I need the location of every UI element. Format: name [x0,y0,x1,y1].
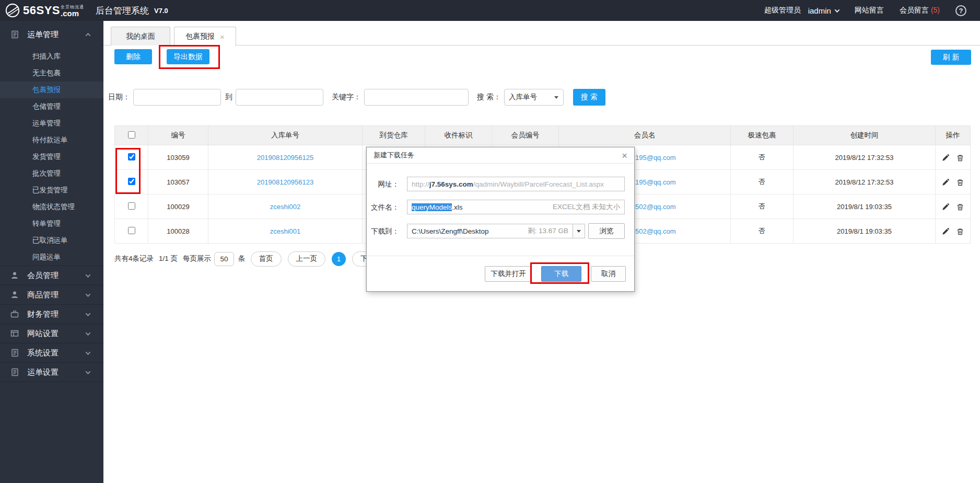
export-data-button[interactable]: 导出数据 [167,49,209,64]
url-path: /qadmin/Waybill/ParcelForecast_List.aspx [473,180,604,188]
sidebar-group-member-management[interactable]: 会员管理 [0,266,103,285]
tab-parcel-forecast[interactable]: 包裹预报 × [174,27,236,46]
search-button[interactable]: 搜 索 [573,89,605,106]
delete-button[interactable]: 删除 [114,49,152,64]
keyword-input[interactable] [364,89,469,106]
row-checkbox[interactable] [128,178,135,185]
member-messages-link[interactable]: 会员留言(5) [900,6,940,15]
cell-inbound-no-link[interactable]: zceshi001 [208,219,363,244]
edit-icon[interactable] [942,228,949,235]
sidebar-group-product-management[interactable]: 商品管理 [0,285,103,304]
first-page-button[interactable]: 首页 [251,251,282,267]
current-page-button[interactable]: 1 [332,252,346,266]
path-dropdown-button[interactable] [573,224,585,238]
cell-inbound-no-link[interactable]: 201908120956123 [208,170,363,194]
briefcase-icon [10,309,19,319]
cell-express: 否 [731,219,794,244]
sidebar-item-waybill-management[interactable]: 运单管理 [0,115,103,132]
chevron-down-icon [86,292,91,297]
delete-icon[interactable] [956,179,964,186]
filename-extension: .xls [452,203,462,211]
prev-page-button[interactable]: 上一页 [288,251,326,267]
cell-created: 2019/8/1 19:03:35 [794,219,936,244]
delete-icon[interactable] [956,154,964,162]
chevron-down-icon [86,350,91,355]
logo-text: 56SYS [23,4,60,17]
col-header-created: 创建时间 [794,126,936,145]
cell-created: 2019/8/12 17:32:53 [794,170,936,194]
col-header-actions: 操作 [936,126,971,145]
close-icon[interactable]: × [220,32,225,41]
sidebar-group-website-settings[interactable]: 网站设置 [0,324,103,343]
edit-icon[interactable] [942,203,949,211]
date-label: 日期： [108,93,130,102]
select-all-checkbox[interactable] [128,131,135,139]
sidebar-item-transfer-management[interactable]: 转单管理 [0,215,103,232]
username: iadmin [808,6,831,15]
cell-created: 2019/8/1 19:03:35 [794,194,936,219]
download-and-open-button[interactable]: 下载并打开 [485,266,532,282]
search-type-select[interactable]: 入库单号 [504,89,564,106]
help-icon[interactable]: ? [955,5,966,16]
sidebar-item-scan-inbound[interactable]: 扫描入库 [0,48,103,65]
cell-id: 103057 [148,170,208,194]
member-messages-label: 会员留言 [900,6,929,14]
cell-inbound-no-link[interactable]: 201908120956125 [208,145,363,170]
cell-inbound-no-link[interactable]: zceshi002 [208,194,363,219]
sidebar-item-cancelled-waybill[interactable]: 已取消运单 [0,232,103,249]
cell-id: 100029 [148,194,208,219]
row-checkbox[interactable] [128,202,135,210]
per-page-label: 每页展示 [183,254,211,263]
edit-icon[interactable] [942,179,949,186]
col-header-member-no: 会员编号 [492,126,559,145]
delete-icon[interactable] [956,203,964,211]
sidebar-group-system-settings[interactable]: 系统设置 [0,343,103,362]
cell-express: 否 [731,194,794,219]
sidebar-item-shipping-management[interactable]: 发货管理 [0,148,103,165]
user-menu[interactable]: 超级管理员 iadmin [764,6,839,15]
row-checkbox[interactable] [128,227,135,234]
sidebar-group-label: 商品管理 [27,290,59,300]
chevron-down-icon [834,7,839,13]
sidebar-group-finance-management[interactable]: 财务管理 [0,304,103,324]
filename-input[interactable]: queryModels.xls EXCEL文档 未知大小 [407,200,625,214]
tab-my-desktop[interactable]: 我的桌面 [111,27,170,45]
sidebar-group-waybill-settings[interactable]: 运单设置 [0,362,103,382]
sidebar-item-pending-payment[interactable]: 待付款运单 [0,132,103,148]
sidebar-item-logistics-status[interactable]: 物流状态管理 [0,199,103,215]
cell-id: 100028 [148,219,208,244]
download-button[interactable]: 下载 [541,266,581,282]
free-space-info: 剩: 13.67 GB [528,226,568,236]
date-to-input[interactable] [236,89,323,106]
col-header-member-name: 会员名 [559,126,731,145]
refresh-button[interactable]: 刷 新 [931,50,971,65]
keyword-label: 关键字： [332,93,361,102]
sidebar-item-problem-waybill[interactable]: 问题运单 [0,249,103,266]
person-icon [10,271,19,280]
edit-icon[interactable] [942,154,949,162]
chevron-up-icon [86,32,91,38]
url-prefix: http:// [412,180,429,188]
url-input: http://j7.56sys.com/qadmin/Waybill/Parce… [407,177,625,191]
col-header-id: 编号 [148,126,208,145]
sidebar-item-unclaimed-parcel[interactable]: 无主包裹 [0,65,103,82]
site-messages-link[interactable]: 网站留言 [855,6,884,15]
close-icon[interactable]: × [622,151,627,160]
sidebar-group-waybill-management[interactable]: 运单管理 [0,21,103,48]
sidebar-item-parcel-forecast[interactable]: 包裹预报 [0,82,103,98]
date-from-input[interactable] [133,89,221,106]
browse-button[interactable]: 浏览 [588,223,625,239]
sidebar-group-label: 网站设置 [27,329,59,339]
sidebar-item-shipped-management[interactable]: 已发货管理 [0,182,103,199]
row-checkbox[interactable] [128,153,135,160]
cancel-button[interactable]: 取消 [591,266,626,282]
chevron-down-icon [86,330,91,336]
per-page-input[interactable]: 50 [214,252,234,266]
user-role: 超级管理员 [764,6,801,15]
col-header-mark: 收件标识 [425,126,492,145]
download-path-input[interactable]: C:\Users\Zengff\Desktop 剩: 13.67 GB [407,224,573,238]
new-download-task-dialog: 新建下载任务 × 网址： http://j7.56sys.com/qadmin/… [366,147,635,292]
sidebar-item-batch-management[interactable]: 批次管理 [0,165,103,182]
sidebar-item-warehouse-management[interactable]: 仓储管理 [0,98,103,115]
delete-icon[interactable] [956,228,964,235]
